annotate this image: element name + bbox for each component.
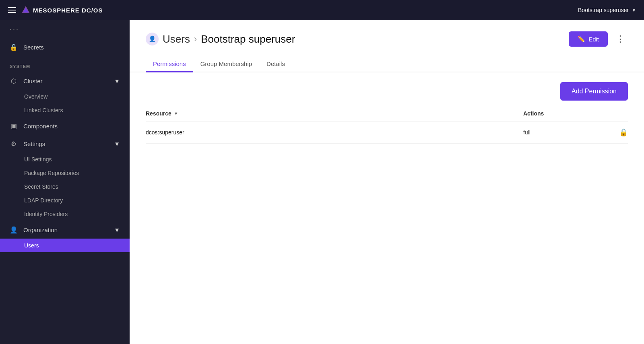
tab-permissions[interactable]: Permissions	[146, 56, 193, 72]
sidebar-item-ldap-directory[interactable]: LDAP Directory	[0, 194, 130, 207]
sidebar-item-secret-stores[interactable]: Secret Stores	[0, 180, 130, 194]
sidebar-item-cluster[interactable]: ⬡ Cluster ▼	[0, 72, 130, 90]
current-user: Bootstrap superuser	[578, 7, 629, 13]
cell-resource: dcos:superuser	[146, 129, 523, 136]
edit-icon: ✏️	[578, 35, 585, 43]
organization-chevron: ▼	[114, 227, 120, 233]
content-area: Add Permission Resource ▼ Actions dc	[130, 72, 644, 344]
sidebar-item-package-repositories[interactable]: Package Repositories	[0, 166, 130, 180]
user-avatar-icon: 👤	[146, 33, 159, 45]
table-row: dcos:superuser full 🔒	[146, 122, 628, 144]
main-content: 👤 Users › Bootstrap superuser ✏️ Edit ⋮ …	[130, 20, 644, 344]
sidebar-item-identity-providers[interactable]: Identity Providers	[0, 207, 130, 221]
components-icon: ▣	[10, 122, 18, 130]
sidebar-label-components: Components	[23, 123, 58, 130]
cell-lock: 🔒	[604, 128, 628, 137]
topnav: MESOSPHERE DC/OS Bootstrap superuser ▼	[0, 0, 644, 20]
settings-icon: ⚙	[10, 140, 18, 148]
logo: MESOSPHERE DC/OS	[21, 5, 103, 15]
cluster-chevron: ▼	[114, 78, 120, 84]
lock-icon: 🔒	[10, 43, 18, 51]
cluster-icon: ⬡	[10, 77, 18, 85]
sidebar-item-overview[interactable]: Overview	[0, 90, 130, 103]
cell-actions: full	[523, 129, 604, 136]
sort-icon: ▼	[174, 111, 178, 116]
column-header-actions: Actions	[523, 110, 604, 117]
tabs: Permissions Group Membership Details	[130, 50, 644, 72]
sidebar-label-secrets: Secrets	[23, 44, 44, 51]
sidebar-item-settings[interactable]: ⚙ Settings ▼	[0, 135, 130, 152]
brand-name: MESOSPHERE DC/OS	[33, 7, 103, 14]
column-header-resource[interactable]: Resource ▼	[146, 110, 523, 117]
sidebar-item-secrets[interactable]: 🔒 Secrets	[0, 38, 130, 56]
permissions-table: Resource ▼ Actions dcos:superuser full	[146, 110, 628, 144]
more-options-button[interactable]: ⋮	[613, 32, 628, 46]
lock-icon: 🔒	[619, 128, 628, 137]
sidebar: ··· 🔒 Secrets System ⬡ Cluster ▼ Overvie…	[0, 20, 130, 344]
tab-group-membership[interactable]: Group Membership	[193, 56, 259, 72]
menu-toggle[interactable]	[8, 7, 16, 13]
sidebar-item-linked-clusters[interactable]: Linked Clusters	[0, 103, 130, 117]
sidebar-label-settings: Settings	[23, 140, 45, 147]
breadcrumb-current: Bootstrap superuser	[201, 33, 295, 45]
sidebar-item-users[interactable]: Users	[0, 239, 130, 252]
add-permission-bar: Add Permission	[146, 82, 628, 101]
edit-button[interactable]: ✏️ Edit	[569, 31, 608, 47]
settings-chevron: ▼	[114, 140, 120, 147]
sidebar-item-components[interactable]: ▣ Components	[0, 117, 130, 135]
organization-icon: 👤	[10, 226, 18, 234]
breadcrumb: 👤 Users › Bootstrap superuser	[146, 33, 295, 45]
page-header: 👤 Users › Bootstrap superuser ✏️ Edit ⋮	[130, 20, 644, 47]
tab-details[interactable]: Details	[259, 56, 292, 72]
sidebar-item-organization[interactable]: 👤 Organization ▼	[0, 221, 130, 239]
header-actions: ✏️ Edit ⋮	[569, 31, 628, 47]
sidebar-item-ui-settings[interactable]: UI Settings	[0, 152, 130, 166]
breadcrumb-separator: ›	[194, 34, 197, 44]
sidebar-ellipsis: ···	[0, 20, 130, 38]
add-permission-button[interactable]: Add Permission	[560, 82, 628, 101]
sidebar-label-organization: Organization	[23, 227, 58, 233]
user-menu-chevron: ▼	[632, 8, 636, 12]
breadcrumb-users-link[interactable]: Users	[163, 33, 190, 45]
user-menu[interactable]: Bootstrap superuser ▼	[578, 7, 636, 13]
table-header: Resource ▼ Actions	[146, 110, 628, 122]
sidebar-section-system: System	[0, 56, 130, 72]
sidebar-label-cluster: Cluster	[23, 78, 43, 84]
